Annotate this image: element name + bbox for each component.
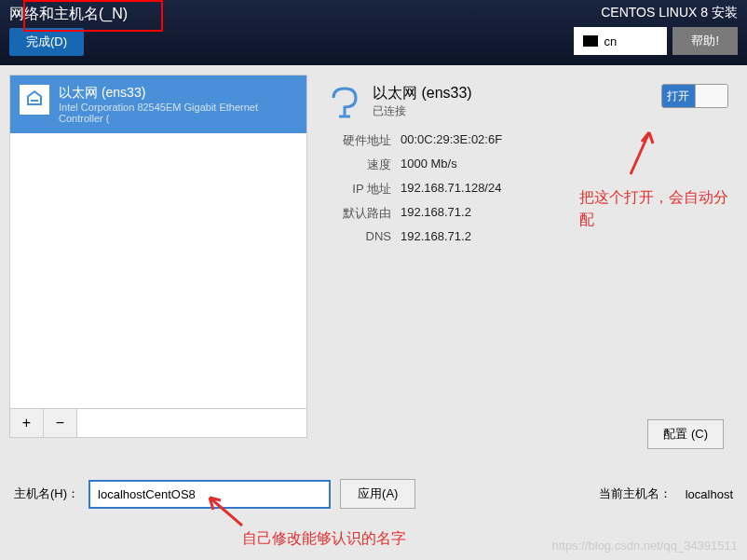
- network-item-name: 以太网 (ens33): [59, 85, 297, 102]
- keyboard-icon: [583, 35, 598, 47]
- hostname-input[interactable]: [88, 480, 331, 509]
- detail-row-dns: DNS 192.168.71.2: [326, 229, 728, 243]
- annotation-toggle-hint: 把这个打开，会自动分配: [579, 186, 728, 231]
- detail-row-hwaddr: 硬件地址 00:0C:29:3E:02:6F: [326, 132, 728, 149]
- detail-row-speed: 速度 1000 Mb/s: [326, 157, 728, 173]
- header-right: CENTOS LINUX 8 安装 cn 帮助!: [574, 5, 738, 61]
- ethernet-icon: [20, 85, 49, 115]
- detail-label: IP 地址: [326, 181, 391, 198]
- device-header-row: 以太网 (ens33) 已连接 打开: [326, 84, 728, 121]
- device-status: 已连接: [373, 103, 472, 119]
- help-button[interactable]: 帮助!: [672, 27, 738, 55]
- network-list-panel: 以太网 (ens33) Intel Corporation 82545EM Gi…: [9, 75, 307, 438]
- watermark: https://blog.csdn.net/qq_34391511: [552, 539, 739, 553]
- configure-button[interactable]: 配置 (C): [647, 419, 724, 449]
- current-hostname-label: 当前主机名：: [599, 485, 672, 502]
- network-list-buttons: + −: [10, 408, 306, 437]
- detail-label: 硬件地址: [326, 132, 391, 149]
- detail-value: 1000 Mb/s: [401, 157, 457, 173]
- detail-value: 192.168.71.2: [401, 229, 471, 243]
- installer-title: CENTOS LINUX 8 安装: [601, 5, 738, 21]
- remove-network-button[interactable]: −: [44, 409, 77, 437]
- ethernet-icon-large: [326, 84, 363, 121]
- apply-button[interactable]: 应用(A): [340, 479, 415, 509]
- device-title-block: 以太网 (ens33) 已连接: [373, 84, 472, 121]
- annotation-hostname-hint: 自己修改能够认识的名字: [242, 529, 406, 549]
- detail-value: 00:0C:29:3E:02:6F: [401, 132, 502, 149]
- header-controls: cn 帮助!: [574, 27, 738, 55]
- device-detail-panel: 以太网 (ens33) 已连接 打开 硬件地址 00:0C:29:3E:02:6…: [317, 75, 738, 438]
- header-left: 网络和主机名(_N) 完成(D): [9, 5, 128, 61]
- add-network-button[interactable]: +: [10, 409, 44, 437]
- current-hostname-value: localhost: [686, 487, 733, 501]
- hostname-row: 主机名(H)： 应用(A) 当前主机名： localhost: [14, 479, 733, 509]
- toggle-handle: [695, 85, 727, 107]
- detail-label: 速度: [326, 157, 391, 173]
- main-content: 以太网 (ens33) Intel Corporation 82545EM Gi…: [0, 65, 747, 447]
- detail-label: DNS: [326, 229, 391, 243]
- network-item-info: 以太网 (ens33) Intel Corporation 82545EM Gi…: [59, 85, 297, 124]
- toggle-switch[interactable]: 打开: [661, 84, 728, 108]
- header-bar: 网络和主机名(_N) 完成(D) CENTOS LINUX 8 安装 cn 帮助…: [0, 0, 747, 65]
- device-title: 以太网 (ens33): [373, 84, 472, 103]
- network-list-item[interactable]: 以太网 (ens33) Intel Corporation 82545EM Gi…: [10, 75, 306, 133]
- current-hostname-block: 当前主机名： localhost: [599, 485, 733, 502]
- page-title: 网络和主机名(_N): [9, 5, 128, 24]
- keyboard-layout: cn: [604, 34, 617, 48]
- keyboard-indicator[interactable]: cn: [574, 27, 667, 55]
- hostname-label: 主机名(H)：: [14, 485, 79, 502]
- detail-label: 默认路由: [326, 205, 391, 222]
- network-item-description: Intel Corporation 82545EM Gigabit Ethern…: [59, 102, 297, 124]
- detail-value: 192.168.71.128/24: [401, 181, 501, 198]
- network-list-body: [10, 133, 306, 408]
- toggle-on-label: 打开: [662, 85, 695, 107]
- device-header: 以太网 (ens33) 已连接: [326, 84, 472, 121]
- done-button[interactable]: 完成(D): [9, 28, 84, 56]
- detail-value: 192.168.71.2: [401, 205, 471, 222]
